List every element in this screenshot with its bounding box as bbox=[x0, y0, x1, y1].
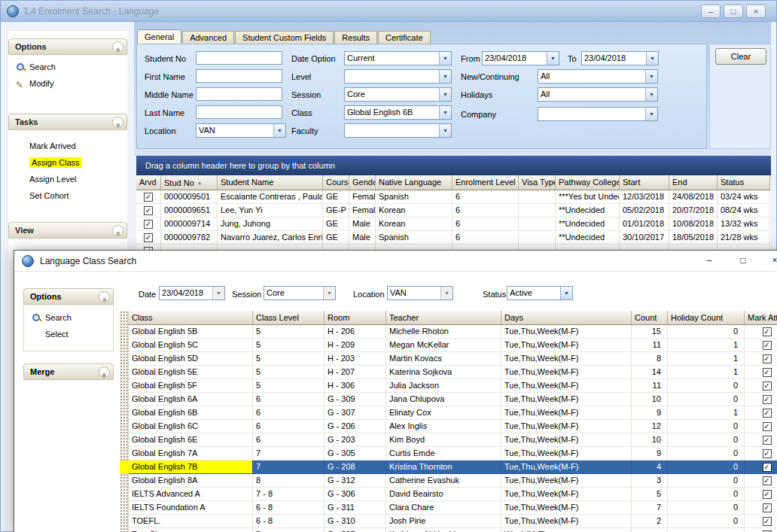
chevron-down-icon[interactable]: ▼ bbox=[646, 52, 658, 65]
minimize-icon[interactable]: – bbox=[696, 251, 723, 272]
class-row[interactable]: Global English 8A8G - 312Catherine Evash… bbox=[129, 474, 777, 488]
close-icon[interactable]: × bbox=[761, 251, 777, 272]
class-row-selected[interactable]: Global English 7B7G - 208Kristina Thornt… bbox=[129, 461, 777, 474]
class-combo[interactable]: Global English 6B ▼ bbox=[344, 105, 452, 120]
column-header-student-name[interactable]: Student Name bbox=[218, 175, 323, 190]
mark-attendance-checkbox[interactable]: ✓ bbox=[763, 476, 772, 485]
student-row[interactable]: ✓0000009714Jung, JuhongGEMaleKorean6**Un… bbox=[136, 217, 771, 231]
chevron-down-icon[interactable]: ▼ bbox=[323, 287, 335, 299]
view-section-header[interactable]: View » bbox=[8, 222, 127, 239]
arrived-checkbox[interactable]: ✓ bbox=[144, 193, 153, 202]
class-row[interactable]: Global English 5F5H - 306Julia JacksonTu… bbox=[129, 379, 777, 393]
session-combo[interactable]: Core ▼ bbox=[344, 87, 452, 102]
mark-attendance-checkbox[interactable]: ✓ bbox=[763, 503, 772, 512]
chevron-down-icon[interactable]: ▼ bbox=[440, 287, 452, 299]
date-combo[interactable]: 23/04/2018 ▼ bbox=[159, 286, 225, 300]
options-section-header[interactable]: Options » bbox=[23, 288, 114, 305]
column-header-start[interactable]: Start bbox=[620, 175, 669, 190]
column-header-class-level[interactable]: Class Level bbox=[253, 311, 325, 325]
tab-certificate[interactable]: Certificate bbox=[378, 31, 431, 44]
chevron-down-icon[interactable]: ▼ bbox=[439, 70, 451, 83]
column-header-status[interactable]: Status bbox=[718, 175, 770, 190]
session-combo[interactable]: Core ▼ bbox=[264, 286, 336, 300]
mark-attendance-checkbox[interactable]: ✓ bbox=[763, 517, 772, 526]
from-date-combo[interactable]: 23/04/2018 ▼ bbox=[482, 51, 559, 65]
last-name-input[interactable] bbox=[196, 105, 282, 119]
row-selector-strip[interactable] bbox=[120, 311, 129, 532]
class-row[interactable]: Global English 5E5H - 207Katerina Sojkov… bbox=[129, 366, 777, 379]
class-row[interactable]: Global English 6C6G - 206Alex InglisTue,… bbox=[129, 420, 777, 433]
mark-attendance-checkbox[interactable]: ✓ bbox=[763, 382, 772, 391]
column-header-days[interactable]: Days bbox=[501, 311, 632, 325]
class-row[interactable]: Global English 5B5H - 206Michelle Rhoton… bbox=[129, 325, 777, 339]
group-by-bar[interactable]: Drag a column header here to group by th… bbox=[136, 156, 771, 175]
location-combo[interactable]: VAN ▼ bbox=[196, 123, 286, 138]
chevron-down-icon[interactable]: ▼ bbox=[439, 88, 451, 101]
column-header-room[interactable]: Room bbox=[325, 311, 386, 325]
column-header-pathway-college[interactable]: Pathway College bbox=[556, 175, 620, 190]
maximize-icon[interactable]: □ bbox=[730, 251, 757, 272]
chevron-down-icon[interactable]: ▼ bbox=[645, 88, 657, 101]
column-header-class[interactable]: Class bbox=[129, 311, 253, 325]
first-name-input[interactable] bbox=[196, 69, 282, 83]
student-row[interactable]: ✓0000009782Navarro Juarez, Carlos Enriqu… bbox=[136, 231, 771, 245]
mark-attendance-checkbox[interactable]: ✓ bbox=[763, 341, 772, 350]
arrived-checkbox[interactable]: ✓ bbox=[144, 220, 153, 229]
maximize-icon[interactable]: □ bbox=[724, 5, 743, 18]
minimize-icon[interactable]: – bbox=[701, 5, 721, 18]
chevron-down-icon[interactable]: ▼ bbox=[212, 287, 224, 299]
new-continuing-combo[interactable]: All ▼ bbox=[538, 69, 658, 84]
clear-button[interactable]: Clear bbox=[715, 48, 766, 65]
chevron-down-icon[interactable]: ▼ bbox=[547, 52, 559, 65]
chevron-down-icon[interactable]: ▼ bbox=[439, 124, 451, 137]
mark-attendance-checkbox[interactable]: ✓ bbox=[763, 449, 772, 458]
class-row[interactable]: Global English 7A7G - 305Curtis EmdeTue,… bbox=[129, 447, 777, 461]
column-header-gender[interactable]: Gender bbox=[349, 175, 376, 190]
mark-attendance-checkbox[interactable]: ✓ bbox=[763, 436, 772, 445]
sidebar-item-modify[interactable]: ✎ Modify bbox=[8, 76, 127, 91]
holidays-combo[interactable]: All ▼ bbox=[538, 87, 658, 102]
column-header-arvd[interactable]: Arvd bbox=[136, 175, 161, 190]
status-combo[interactable]: Active ▼ bbox=[507, 286, 573, 300]
class-row[interactable]: Test Class5G - 307Kathleen AkhlaghiWeek(… bbox=[129, 528, 777, 532]
collapse-tasks-button[interactable]: » bbox=[112, 117, 123, 128]
level-combo[interactable]: ▼ bbox=[344, 69, 452, 84]
class-row[interactable]: Global English 5C5H - 209Megan McKellarT… bbox=[129, 339, 777, 352]
date-option-combo[interactable]: Current ▼ bbox=[344, 51, 452, 65]
sidebar-item-search[interactable]: Search bbox=[8, 59, 127, 74]
sidebar-item-search[interactable]: Search bbox=[24, 309, 113, 326]
company-combo[interactable]: ▼ bbox=[538, 107, 658, 121]
tab-general[interactable]: General bbox=[137, 29, 181, 44]
class-row[interactable]: Global English 6B6G - 307Elinaty CoxTue,… bbox=[129, 406, 777, 420]
mark-attendance-checkbox[interactable]: ✓ bbox=[763, 409, 772, 418]
class-row[interactable]: Global English 6A6G - 309Jana ChlupovaTu… bbox=[129, 393, 777, 406]
chevron-down-icon[interactable]: ▼ bbox=[439, 106, 451, 119]
mark-attendance-checkbox[interactable]: ✓ bbox=[763, 490, 772, 499]
mark-attendance-checkbox[interactable]: ✓ bbox=[763, 368, 772, 377]
class-row[interactable]: Global English 6E6G - 203Kim BoydTue,Thu… bbox=[129, 433, 777, 447]
arrived-checkbox[interactable]: ✓ bbox=[144, 206, 153, 215]
class-row[interactable]: TOEFL.6 - 8G - 310Josh PirieTue,Thu,Week… bbox=[129, 515, 777, 528]
options-section-header[interactable]: Options » bbox=[8, 38, 127, 55]
collapse-view-button[interactable]: » bbox=[112, 225, 123, 236]
column-header-count[interactable]: Count bbox=[632, 311, 668, 325]
chevron-down-icon[interactable]: ▼ bbox=[273, 124, 285, 137]
column-header-holiday-count[interactable]: Holiday Count bbox=[668, 311, 745, 325]
column-header-visa-type[interactable]: Visa Type bbox=[519, 175, 556, 190]
faculty-combo[interactable]: ▼ bbox=[344, 123, 452, 138]
chevron-down-icon[interactable]: ▼ bbox=[439, 52, 451, 65]
middle-name-input[interactable] bbox=[196, 87, 282, 101]
class-row[interactable]: IELTS Foundation A6 - 8G - 311Clara Char… bbox=[129, 501, 777, 515]
column-header-end[interactable]: End bbox=[669, 175, 718, 190]
student-no-input[interactable] bbox=[196, 51, 282, 65]
tab-results[interactable]: Results bbox=[334, 31, 377, 44]
column-header-mark-atte[interactable]: Mark Atte bbox=[745, 311, 777, 325]
mark-attendance-checkbox[interactable]: ✓ bbox=[763, 327, 772, 336]
sidebar-item-set-cohort[interactable]: Set Cohort bbox=[8, 188, 127, 203]
arrived-checkbox[interactable]: ✓ bbox=[144, 233, 153, 242]
mark-attendance-checkbox[interactable]: ✓ bbox=[763, 354, 772, 363]
location-combo[interactable]: VAN ▼ bbox=[387, 286, 453, 300]
collapse-options-button[interactable]: » bbox=[112, 41, 123, 53]
mark-attendance-checkbox[interactable]: ✓ bbox=[763, 395, 772, 404]
student-row[interactable]: ✓0000009651Lee, Yun YiGE-PFemaleKorean6*… bbox=[136, 204, 771, 217]
